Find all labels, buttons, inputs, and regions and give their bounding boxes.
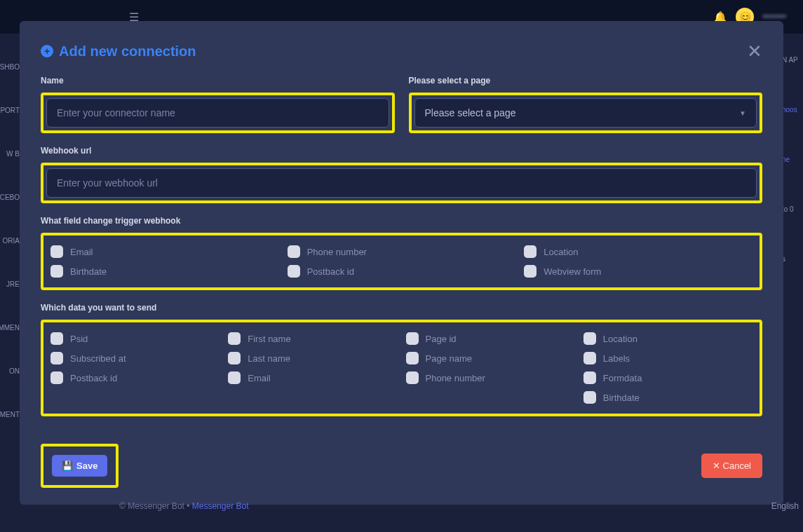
checkbox[interactable] <box>50 265 63 278</box>
modal-header: + Add new connection ✕ <box>41 42 762 60</box>
name-highlight <box>41 93 395 133</box>
checkbox[interactable] <box>583 332 596 345</box>
checkbox[interactable] <box>583 391 596 404</box>
data-item: Email <box>228 371 397 384</box>
close-icon[interactable]: ✕ <box>747 42 762 60</box>
caret-down-icon: ▼ <box>739 109 746 117</box>
data-item: Psid <box>50 332 220 345</box>
page-highlight: Please select a page ▼ <box>409 93 763 133</box>
data-item: Birthdate <box>583 391 753 404</box>
save-icon: 💾 <box>62 461 73 471</box>
sidebar-item[interactable]: JRE <box>0 262 21 306</box>
trigger-item: Location <box>524 245 753 258</box>
data-section-label: Which data you want to send <box>41 303 762 313</box>
data-item: Labels <box>583 352 753 364</box>
trigger-highlight: Email Phone number Location Birthdate Po… <box>41 233 762 290</box>
checkbox[interactable] <box>288 265 300 278</box>
footer-copyright: © Messenger Bot • Messenger Bot <box>119 501 248 511</box>
trigger-item: Email <box>50 245 279 258</box>
connector-name-input[interactable] <box>46 98 389 128</box>
sidebar-item[interactable]: MMEN <box>0 306 21 349</box>
save-button-label: Save <box>76 461 97 471</box>
page-select-text: Please select a page <box>425 107 516 118</box>
trigger-item: Postback id <box>288 265 516 278</box>
trigger-item: Birthdate <box>50 265 279 278</box>
checkbox[interactable] <box>583 371 596 384</box>
footer-language[interactable]: English <box>771 501 799 511</box>
checkbox[interactable] <box>228 352 241 364</box>
checkbox[interactable] <box>228 371 241 384</box>
checkbox[interactable] <box>50 352 63 364</box>
checkbox[interactable] <box>524 265 537 278</box>
checkbox[interactable] <box>288 245 300 258</box>
data-item: Location <box>583 332 753 345</box>
trigger-section-label: What field change trigger webhook <box>41 216 762 226</box>
sidebar-item[interactable]: ORIA <box>0 219 21 262</box>
data-item: Page name <box>406 352 575 364</box>
checkbox[interactable] <box>583 352 596 364</box>
cancel-button[interactable]: ✕ Cancel <box>701 453 762 478</box>
modal-title-text: Add new connection <box>59 43 196 60</box>
webhook-url-input[interactable] <box>46 168 757 198</box>
save-button[interactable]: 💾 Save <box>52 455 107 477</box>
checkbox[interactable] <box>228 332 241 345</box>
close-icon: ✕ <box>713 461 720 471</box>
data-highlight: Psid First name Page id Location Subscri… <box>41 320 762 416</box>
data-item: Postback id <box>50 371 220 384</box>
username-label: •••••••• <box>762 12 786 22</box>
data-item: Last name <box>228 352 397 364</box>
data-item: Formdata <box>583 371 753 384</box>
checkbox[interactable] <box>406 371 419 384</box>
page-select[interactable]: Please select a page ▼ <box>414 98 757 128</box>
name-label: Name <box>41 76 395 86</box>
data-item: Phone number <box>406 371 575 384</box>
webhook-label: Webhook url <box>41 146 762 156</box>
checkbox[interactable] <box>406 332 419 345</box>
data-item: Subscribed at <box>50 352 220 364</box>
sidebar-item[interactable]: PORT <box>0 88 21 132</box>
data-item: First name <box>228 332 397 345</box>
sidebar-item[interactable]: W B <box>0 132 21 175</box>
sidebar-item[interactable]: ON <box>0 349 21 393</box>
add-connection-modal: + Add new connection ✕ Name Please selec… <box>20 21 783 505</box>
modal-footer: 💾 Save ✕ Cancel <box>41 444 762 488</box>
checkbox[interactable] <box>50 245 63 258</box>
checkbox[interactable] <box>50 371 63 384</box>
sidebar-item[interactable]: CEBO <box>0 175 21 219</box>
trigger-item: Phone number <box>288 245 516 258</box>
cancel-button-label: Cancel <box>723 461 751 471</box>
checkbox[interactable] <box>524 245 537 258</box>
sidebar-item[interactable]: SHBO <box>0 45 21 88</box>
webhook-highlight <box>41 163 762 203</box>
checkbox[interactable] <box>406 352 419 364</box>
sidebar-item[interactable]: MMENT <box>0 393 21 436</box>
save-highlight: 💾 Save <box>41 444 119 488</box>
right-edge-content: N AP hoos ne to 0 s <box>782 56 803 305</box>
sidebar-partial: SHBO PORT W B CEBO ORIA JRE MMEN ON MMEN… <box>0 45 21 532</box>
page-label: Please select a page <box>409 76 763 86</box>
plus-circle-icon: + <box>41 45 53 57</box>
data-item: Page id <box>406 332 575 345</box>
checkbox[interactable] <box>50 332 63 345</box>
modal-title: + Add new connection <box>41 43 196 60</box>
trigger-item: Webview form <box>524 265 753 278</box>
footer-link[interactable]: Messenger Bot <box>192 501 249 511</box>
